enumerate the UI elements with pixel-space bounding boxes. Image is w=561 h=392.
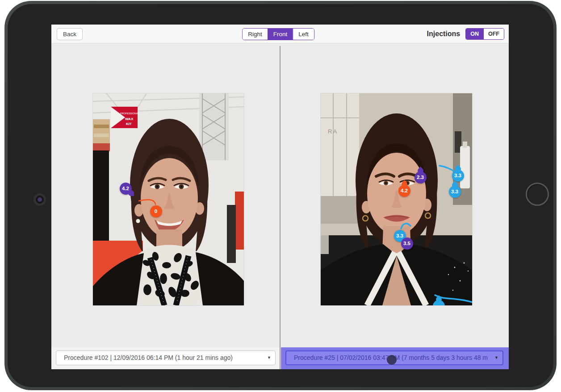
tab-front-view[interactable]: Front [268,29,293,40]
injection-marker[interactable]: 4.2 [398,185,410,197]
patient-photo-left-illustration: PROFESSIONAL WAX KIT [93,93,244,305]
panel-divider [280,46,280,369]
tablet-bezel: Back Right Front Left Injections ON OFF [8,4,553,387]
injection-marker[interactable]: 2.3 [414,171,427,183]
procedure-select-left-value: Procedure #102 | 12/09/2016 06:14 PM (1 … [64,354,233,361]
injections-toggle: ON OFF [465,28,504,40]
procedure-select-left[interactable]: Procedure #102 | 12/09/2016 06:14 PM (1 … [56,350,276,365]
tab-right-view[interactable]: Right [243,29,268,40]
touch-indicator [387,355,397,365]
banner-text-2: WAX [125,117,134,121]
injection-marker[interactable]: 3.3 [452,170,464,182]
app-screen: Back Right Front Left Injections ON OFF [51,25,509,369]
compare-area: PROFESSIONAL WAX KIT [51,43,509,369]
injection-marker[interactable]: 4.2 [120,183,132,195]
chevron-down-icon: ▼ [494,351,498,364]
tablet-frame: Back Right Front Left Injections ON OFF [4,1,557,390]
injection-marker[interactable]: 0 [150,205,162,217]
injections-on-button[interactable]: ON [466,29,483,39]
tab-left-view[interactable]: Left [293,29,314,40]
patient-photo-left: PROFESSIONAL WAX KIT [93,93,244,305]
patient-photo-right-illustration: RA [321,93,472,305]
injection-marker[interactable]: 3.3 [449,186,461,198]
banner-text-1: PROFESSIONAL [120,112,139,115]
wall-sign-text: RA [328,128,338,135]
camera-icon [33,193,46,206]
home-button[interactable] [526,183,549,206]
back-button[interactable]: Back [57,28,83,40]
procedure-bar-right: Procedure #25 | 07/02/2016 03:47 PM (7 m… [281,347,509,369]
page-background: Back Right Front Left Injections ON OFF [0,0,561,392]
patient-photo-right: RA [321,93,472,305]
injections-label: Injections [427,30,461,38]
toolbar: Back Right Front Left Injections ON OFF [51,25,509,43]
view-angle-tabs: Right Front Left [242,28,314,40]
camera-lens [38,197,42,202]
chevron-down-icon: ▼ [267,351,271,365]
procedure-bar-left: Procedure #102 | 12/09/2016 06:14 PM (1 … [51,347,280,369]
banner-text-3: KIT [126,122,132,126]
injections-toggle-group: Injections ON OFF [427,28,504,40]
injection-marker[interactable]: 3.5 [401,238,413,250]
injections-off-button[interactable]: OFF [483,29,504,39]
